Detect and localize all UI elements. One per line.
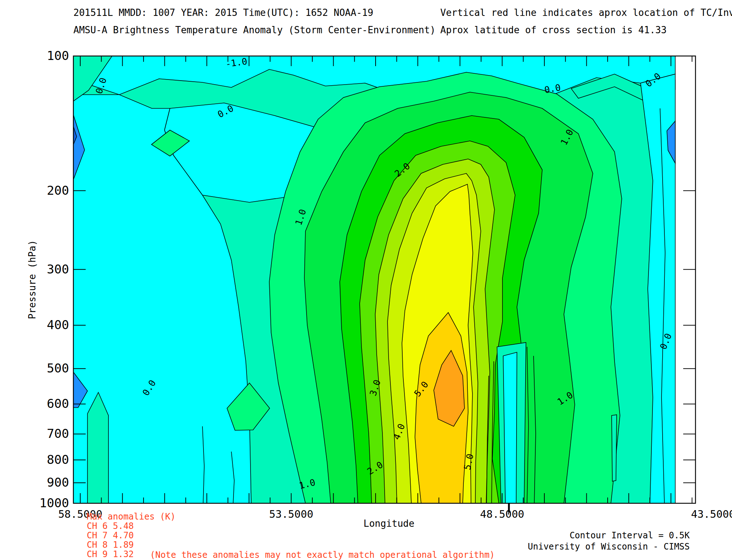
contour-region-turq-column-bl [87, 392, 108, 503]
x-axis-title: Longitude [364, 518, 415, 529]
header-tc-line-note: Vertical red line indicates aprox locati… [440, 7, 732, 18]
y-axis-title: Pressure (hPa) [27, 240, 38, 319]
anomaly-note: (Note these anomalies may not exactly ma… [150, 550, 495, 560]
y-tick-label-500: 500 [47, 361, 69, 375]
channel-anomaly-ch-7: CH 7 4.70 [87, 530, 134, 540]
contour-region-channel-cyan [503, 352, 517, 503]
y-tick-label-800: 800 [47, 452, 69, 467]
contour-interval-label: Contour Interval = 0.5K [570, 530, 690, 540]
x-tick-label-43.5000: 43.5000 [691, 508, 732, 520]
max-anomalies-title: Max anomalies (K) [87, 512, 176, 522]
page-title: AMSU-A Brightness Temperature Anomaly (S… [73, 25, 436, 35]
header-storm-id: 201511L MMDD: 1007 YEAR: 2015 Time(UTC):… [73, 7, 373, 18]
cimss-amsu-cross-section-page: 100200300400500600700800900100058.500053… [0, 0, 732, 560]
y-tick-label-200: 200 [47, 183, 69, 198]
contour-field [73, 56, 675, 503]
y-tick-label-900: 900 [47, 475, 69, 490]
channel-anomaly-list: CH 6 5.48CH 7 4.70CH 8 1.89CH 9 1.32 [87, 521, 134, 559]
header-latitude-note: Aprox latitude of cross section is 41.33 [440, 25, 667, 35]
channel-anomaly-ch-6: CH 6 5.48 [87, 521, 134, 531]
x-tick-label-48.5000: 48.5000 [480, 508, 524, 520]
credit-label: University of Wisconsin - CIMSS [528, 542, 690, 552]
contour-plot: 100200300400500600700800900100058.500053… [0, 0, 732, 560]
contour-region-turq-sliver-right [612, 415, 617, 481]
y-tick-label-300: 300 [47, 262, 69, 276]
channel-anomaly-ch-9: CH 9 1.32 [87, 549, 134, 559]
y-tick-label-400: 400 [47, 318, 69, 332]
channel-anomaly-ch-8: CH 8 1.89 [87, 540, 134, 550]
y-tick-label-100: 100 [47, 48, 69, 63]
y-tick-label-700: 700 [47, 426, 69, 441]
y-tick-label-600: 600 [47, 396, 69, 411]
x-tick-label-53.5000: 53.5000 [269, 508, 313, 520]
